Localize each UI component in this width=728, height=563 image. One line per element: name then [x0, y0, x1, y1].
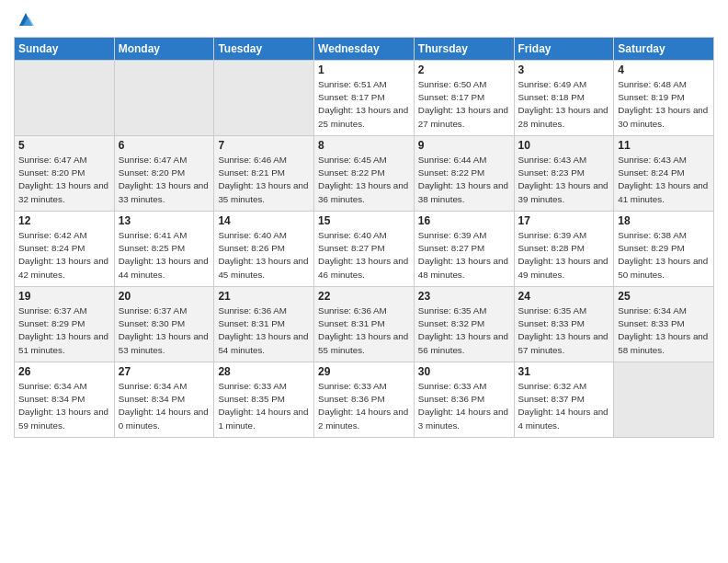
calendar-header: SundayMondayTuesdayWednesdayThursdayFrid… — [15, 38, 714, 61]
day-detail-daylight: Daylight: 13 hours and 25 minutes. — [318, 104, 410, 130]
day-detail-daylight: Daylight: 13 hours and 41 minutes. — [618, 179, 710, 205]
day-number: 23 — [418, 290, 510, 303]
day-number: 12 — [18, 214, 110, 227]
calendar-body: 1Sunrise: 6:51 AMSunset: 8:17 PMDaylight… — [15, 61, 714, 438]
calendar-cell: 20Sunrise: 6:37 AMSunset: 8:30 PMDayligh… — [114, 287, 214, 362]
day-detail: Sunrise: 6:51 AM — [318, 78, 410, 91]
day-detail: Sunrise: 6:42 AM — [18, 229, 110, 242]
day-detail: Sunrise: 6:43 AM — [618, 154, 710, 167]
day-detail: Sunrise: 6:39 AM — [518, 229, 610, 242]
day-detail-daylight: Daylight: 13 hours and 50 minutes. — [618, 255, 710, 281]
day-detail: Sunrise: 6:47 AM — [18, 154, 110, 167]
day-detail-sunset: Sunset: 8:20 PM — [119, 167, 210, 179]
weekday-header-tuesday: Tuesday — [214, 38, 314, 61]
calendar-cell: 21Sunrise: 6:36 AMSunset: 8:31 PMDayligh… — [214, 287, 314, 362]
calendar-cell: 12Sunrise: 6:42 AMSunset: 8:24 PMDayligh… — [15, 212, 115, 287]
day-detail-sunset: Sunset: 8:24 PM — [618, 167, 710, 179]
day-detail: Sunrise: 6:35 AM — [418, 304, 510, 317]
calendar-cell: 31Sunrise: 6:32 AMSunset: 8:37 PMDayligh… — [514, 362, 614, 438]
weekday-header-wednesday: Wednesday — [314, 38, 415, 61]
day-detail: Sunrise: 6:36 AM — [218, 304, 310, 317]
day-detail: Sunrise: 6:34 AM — [119, 380, 210, 393]
calendar-cell: 30Sunrise: 6:33 AMSunset: 8:36 PMDayligh… — [414, 362, 514, 438]
day-detail-sunset: Sunset: 8:36 PM — [418, 393, 510, 406]
day-detail-sunset: Sunset: 8:35 PM — [218, 393, 310, 406]
calendar-week-1: 1Sunrise: 6:51 AMSunset: 8:17 PMDaylight… — [15, 61, 714, 136]
day-detail-sunset: Sunset: 8:27 PM — [318, 242, 410, 255]
day-number: 11 — [618, 139, 710, 152]
calendar-table: SundayMondayTuesdayWednesdayThursdayFrid… — [14, 37, 714, 438]
calendar-cell: 16Sunrise: 6:39 AMSunset: 8:27 PMDayligh… — [414, 212, 514, 287]
day-detail: Sunrise: 6:37 AM — [119, 304, 210, 317]
calendar-cell: 19Sunrise: 6:37 AMSunset: 8:29 PMDayligh… — [15, 287, 115, 362]
calendar-cell: 1Sunrise: 6:51 AMSunset: 8:17 PMDaylight… — [314, 61, 415, 136]
day-detail-daylight: Daylight: 14 hours and 3 minutes. — [418, 406, 510, 431]
calendar-cell: 29Sunrise: 6:33 AMSunset: 8:36 PMDayligh… — [314, 362, 415, 438]
day-number: 31 — [518, 365, 610, 378]
day-number: 18 — [618, 214, 710, 227]
day-detail-sunset: Sunset: 8:24 PM — [18, 242, 110, 255]
day-detail: Sunrise: 6:40 AM — [218, 229, 310, 242]
day-detail-daylight: Daylight: 13 hours and 46 minutes. — [318, 255, 410, 281]
day-number: 21 — [218, 290, 310, 303]
day-detail-daylight: Daylight: 13 hours and 57 minutes. — [518, 330, 610, 356]
calendar-cell: 27Sunrise: 6:34 AMSunset: 8:34 PMDayligh… — [114, 362, 214, 438]
page: SundayMondayTuesdayWednesdayThursdayFrid… — [0, 0, 728, 563]
day-detail: Sunrise: 6:43 AM — [518, 154, 610, 167]
day-detail-daylight: Daylight: 13 hours and 39 minutes. — [518, 179, 610, 205]
day-detail-daylight: Daylight: 14 hours and 0 minutes. — [119, 406, 210, 431]
day-detail-sunset: Sunset: 8:33 PM — [618, 317, 710, 330]
day-detail-daylight: Daylight: 13 hours and 55 minutes. — [318, 330, 410, 356]
day-detail-sunset: Sunset: 8:17 PM — [418, 91, 510, 104]
day-detail-sunset: Sunset: 8:34 PM — [119, 393, 210, 406]
calendar-cell: 24Sunrise: 6:35 AMSunset: 8:33 PMDayligh… — [514, 287, 614, 362]
weekday-row: SundayMondayTuesdayWednesdayThursdayFrid… — [15, 38, 714, 61]
calendar-cell: 4Sunrise: 6:48 AMSunset: 8:19 PMDaylight… — [614, 61, 714, 136]
day-detail: Sunrise: 6:35 AM — [518, 304, 610, 317]
weekday-header-monday: Monday — [114, 38, 214, 61]
day-detail: Sunrise: 6:45 AM — [318, 154, 410, 167]
day-detail-sunset: Sunset: 8:28 PM — [518, 242, 610, 255]
day-number: 1 — [318, 63, 410, 76]
day-number: 2 — [418, 63, 510, 76]
calendar-cell: 5Sunrise: 6:47 AMSunset: 8:20 PMDaylight… — [15, 136, 115, 212]
day-detail: Sunrise: 6:37 AM — [18, 304, 110, 317]
day-detail-daylight: Daylight: 13 hours and 44 minutes. — [119, 255, 210, 281]
day-detail-daylight: Daylight: 14 hours and 1 minute. — [218, 406, 310, 431]
day-detail: Sunrise: 6:47 AM — [119, 154, 210, 167]
calendar-cell: 22Sunrise: 6:36 AMSunset: 8:31 PMDayligh… — [314, 287, 415, 362]
day-detail: Sunrise: 6:38 AM — [618, 229, 710, 242]
calendar-cell: 26Sunrise: 6:34 AMSunset: 8:34 PMDayligh… — [15, 362, 115, 438]
day-detail-sunset: Sunset: 8:31 PM — [318, 317, 410, 330]
day-detail: Sunrise: 6:40 AM — [318, 229, 410, 242]
header — [14, 9, 714, 29]
day-detail-sunset: Sunset: 8:18 PM — [518, 91, 610, 104]
day-detail-sunset: Sunset: 8:31 PM — [218, 317, 310, 330]
calendar-cell — [114, 61, 214, 136]
day-detail-sunset: Sunset: 8:21 PM — [218, 167, 310, 179]
day-detail: Sunrise: 6:50 AM — [418, 78, 510, 91]
calendar-cell: 8Sunrise: 6:45 AMSunset: 8:22 PMDaylight… — [314, 136, 415, 212]
day-detail: Sunrise: 6:39 AM — [418, 229, 510, 242]
day-detail: Sunrise: 6:33 AM — [218, 380, 310, 393]
day-detail: Sunrise: 6:33 AM — [318, 380, 410, 393]
day-number: 20 — [119, 290, 210, 303]
day-detail-daylight: Daylight: 14 hours and 4 minutes. — [518, 406, 610, 431]
day-number: 3 — [518, 63, 610, 76]
calendar-cell: 23Sunrise: 6:35 AMSunset: 8:32 PMDayligh… — [414, 287, 514, 362]
day-number: 27 — [119, 365, 210, 378]
day-number: 4 — [618, 63, 710, 76]
day-detail: Sunrise: 6:34 AM — [18, 380, 110, 393]
calendar-week-2: 5Sunrise: 6:47 AMSunset: 8:20 PMDaylight… — [15, 136, 714, 212]
day-detail: Sunrise: 6:46 AM — [218, 154, 310, 167]
day-number: 24 — [518, 290, 610, 303]
calendar-cell: 17Sunrise: 6:39 AMSunset: 8:28 PMDayligh… — [514, 212, 614, 287]
calendar-cell — [15, 61, 115, 136]
day-detail: Sunrise: 6:36 AM — [318, 304, 410, 317]
calendar-week-3: 12Sunrise: 6:42 AMSunset: 8:24 PMDayligh… — [15, 212, 714, 287]
day-detail: Sunrise: 6:33 AM — [418, 380, 510, 393]
day-detail-sunset: Sunset: 8:20 PM — [18, 167, 110, 179]
day-detail-daylight: Daylight: 13 hours and 51 minutes. — [18, 330, 110, 356]
day-detail-daylight: Daylight: 13 hours and 45 minutes. — [218, 255, 310, 281]
day-number: 8 — [318, 139, 410, 152]
